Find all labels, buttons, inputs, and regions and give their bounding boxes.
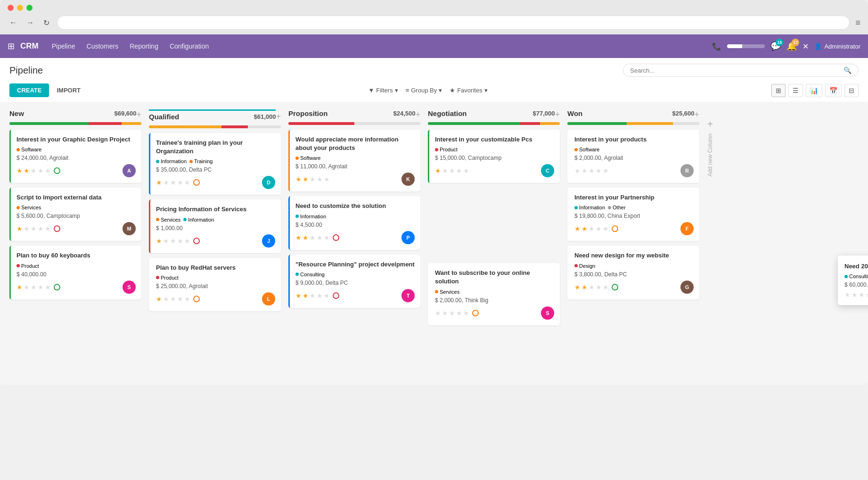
kanban-view-button[interactable]: ⊞: [771, 84, 786, 97]
card-keyboards[interactable]: Plan to buy 60 keyboards Product $ 40,00…: [9, 246, 141, 299]
col-negotiation-add-button[interactable]: +: [555, 110, 560, 120]
card-customize[interactable]: Need to customize the solution Informati…: [288, 196, 420, 249]
star-1[interactable]: ★: [156, 295, 162, 303]
star-1[interactable]: ★: [295, 234, 302, 241]
forward-button[interactable]: →: [25, 17, 36, 29]
star-2[interactable]: ★: [303, 292, 309, 299]
star-5[interactable]: ★: [45, 225, 51, 232]
groupby-button[interactable]: ≡ Group By ▾: [406, 87, 442, 94]
star-1[interactable]: ★: [295, 175, 302, 183]
user-button[interactable]: 👤 Administrator: [814, 43, 860, 50]
col-proposition-add-button[interactable]: +: [415, 110, 420, 120]
star-1[interactable]: ★: [295, 292, 302, 299]
star-1[interactable]: ★: [435, 167, 441, 174]
card-resource-planning[interactable]: "Resource Planning" project develpment C…: [288, 255, 420, 308]
star-3[interactable]: ★: [170, 237, 176, 245]
notification-button[interactable]: 🔔 17: [786, 41, 797, 51]
chat-button[interactable]: 💬 15: [770, 41, 781, 51]
col-new-add-button[interactable]: +: [136, 110, 141, 120]
address-bar[interactable]: [57, 16, 850, 30]
favorites-button[interactable]: ★ Favorites ▾: [450, 87, 487, 94]
card-subscribe-online[interactable]: Want to subscribe to your online solutio…: [428, 263, 560, 325]
star-5[interactable]: ★: [463, 309, 469, 317]
star-1[interactable]: ★: [574, 283, 581, 291]
star-3[interactable]: ★: [170, 179, 176, 186]
star-2[interactable]: ★: [303, 175, 309, 183]
star-3[interactable]: ★: [589, 283, 595, 291]
star-5[interactable]: ★: [603, 225, 609, 232]
star-1[interactable]: ★: [16, 167, 23, 174]
star-3[interactable]: ★: [31, 167, 37, 174]
star-2[interactable]: ★: [163, 179, 169, 186]
filters-button[interactable]: ▼ Filters ▾: [368, 87, 398, 94]
star-4[interactable]: ★: [456, 167, 462, 174]
star-4[interactable]: ★: [177, 179, 183, 186]
star-1[interactable]: ★: [574, 225, 581, 232]
card-pricing-services[interactable]: Pricing Information of Services Services…: [149, 199, 281, 253]
add-column-button[interactable]: +: [707, 119, 713, 130]
star-3[interactable]: ★: [589, 167, 595, 174]
star-4[interactable]: ★: [596, 283, 602, 291]
card-import-data[interactable]: Script to Import external data Services …: [9, 188, 141, 241]
list-view-button[interactable]: ☰: [788, 84, 803, 97]
star-5[interactable]: ★: [463, 167, 469, 174]
star-4[interactable]: ★: [177, 295, 183, 303]
star-3[interactable]: ★: [310, 292, 316, 299]
star-1[interactable]: ★: [574, 167, 581, 174]
star-2[interactable]: ★: [24, 225, 30, 232]
star-2[interactable]: ★: [24, 283, 30, 291]
star-4[interactable]: ★: [317, 234, 323, 241]
star-4[interactable]: ★: [596, 225, 602, 232]
calendar-view-button[interactable]: 📅: [825, 84, 842, 97]
hamburger-icon[interactable]: ≡: [855, 18, 860, 28]
star-4[interactable]: ★: [38, 225, 44, 232]
star-4[interactable]: ★: [38, 283, 44, 291]
star-4[interactable]: ★: [596, 167, 602, 174]
star-5[interactable]: ★: [45, 167, 51, 174]
card-interest-products[interactable]: Interest in your products Software $ 2,0…: [567, 130, 699, 183]
star-5[interactable]: ★: [324, 292, 330, 299]
refresh-button[interactable]: ↻: [41, 17, 51, 29]
card-training[interactable]: Trainee's training plan in your Organiza…: [149, 133, 281, 195]
star-1[interactable]: ★: [435, 309, 441, 317]
star-4[interactable]: ★: [317, 292, 323, 299]
star-5[interactable]: ★: [603, 283, 609, 291]
star-3[interactable]: ★: [449, 167, 455, 174]
table-view-button[interactable]: ⊟: [844, 84, 859, 97]
star-2[interactable]: ★: [442, 309, 448, 317]
star-4[interactable]: ★: [456, 309, 462, 317]
nav-configuration[interactable]: Configuration: [170, 42, 209, 50]
import-button[interactable]: IMPORT: [53, 83, 84, 97]
star-3[interactable]: ★: [170, 295, 176, 303]
star-5[interactable]: ★: [184, 237, 190, 245]
star-3[interactable]: ★: [31, 225, 37, 232]
close-dot[interactable]: [8, 5, 14, 11]
star-1[interactable]: ★: [156, 237, 162, 245]
grid-icon[interactable]: ⊞: [8, 41, 15, 51]
nav-customers[interactable]: Customers: [87, 42, 119, 50]
minimize-dot[interactable]: [17, 5, 23, 11]
star-1[interactable]: ★: [156, 179, 162, 186]
col-won-add-button[interactable]: +: [694, 110, 699, 120]
star-4[interactable]: ★: [38, 167, 44, 174]
star-2[interactable]: ★: [581, 283, 588, 291]
card-partnership[interactable]: Interest in your Partnership Information…: [567, 188, 699, 241]
star-3[interactable]: ★: [31, 283, 37, 291]
star-3[interactable]: ★: [310, 234, 316, 241]
card-info-products[interactable]: Would appreciate more information about …: [288, 130, 420, 191]
star-3[interactable]: ★: [859, 291, 865, 298]
nav-pipeline[interactable]: Pipeline: [52, 42, 75, 50]
star-2[interactable]: ★: [24, 167, 30, 174]
close-nav-button[interactable]: ✕: [802, 42, 809, 51]
card-redhat[interactable]: Plan to buy RedHat servers Product $ 25,…: [149, 258, 281, 311]
star-1[interactable]: ★: [16, 283, 23, 291]
star-4[interactable]: ★: [177, 237, 183, 245]
back-button[interactable]: ←: [8, 17, 19, 29]
star-2[interactable]: ★: [581, 167, 588, 174]
star-1[interactable]: ★: [16, 225, 23, 232]
create-button[interactable]: CREATE: [9, 83, 49, 97]
star-4[interactable]: ★: [317, 175, 323, 183]
star-5[interactable]: ★: [45, 283, 51, 291]
maximize-dot[interactable]: [26, 5, 33, 11]
star-5[interactable]: ★: [184, 179, 190, 186]
